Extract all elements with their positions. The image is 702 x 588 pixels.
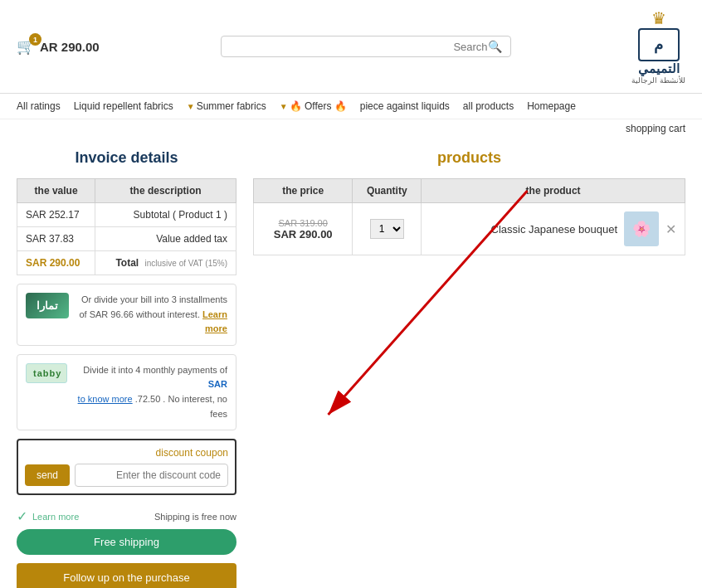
col-value: the value <box>17 179 95 203</box>
cart-amount: AR 290.00 <box>40 40 100 54</box>
send-button[interactable]: send <box>25 464 70 486</box>
search-icon: 🔍 <box>488 40 502 53</box>
tamara-logo: تمارا <box>26 293 69 318</box>
coupon-section: discount coupon send <box>17 439 236 495</box>
shipping-status: Shipping is free now <box>154 512 236 522</box>
table-row: SAR 252.17 Subtotal ( Product 1 ) <box>17 203 236 227</box>
coupon-label: discount coupon <box>25 447 228 459</box>
qty-selector: 1 2 3 <box>361 219 412 239</box>
vat-note: inclusive of VAT (15%) <box>145 259 227 268</box>
product-name: Classic Japanese bouquet <box>491 223 618 236</box>
tamara-box: تمارا Or divide your bill into 3 install… <box>17 284 236 346</box>
nav-bar: All ratings Liquid repellent fabrics ▼Su… <box>0 94 702 119</box>
remove-product-button[interactable]: ✕ <box>665 221 676 237</box>
vat-desc: Value added tax <box>95 227 236 251</box>
logo-emblem: م <box>638 28 680 61</box>
tabby-link[interactable]: to know more <box>78 394 133 404</box>
nav-item-homepage[interactable]: Homepage <box>527 100 576 112</box>
products-title: products <box>253 149 685 167</box>
total-amount: SAR 290.00 <box>26 257 80 269</box>
col-price: the price <box>254 179 353 203</box>
table-row: SAR 37.83 Value added tax <box>17 227 236 251</box>
subtotal-desc: Subtotal ( Product 1 ) <box>95 203 236 227</box>
tamara-text: Or divide your bill into 3 installments … <box>76 293 227 337</box>
nav-item-all-products[interactable]: all products <box>463 100 514 112</box>
total-row: SAR 290.00 Total inclusive of VAT (15%) <box>17 251 236 275</box>
shipping-section: ✓ Learn more Shipping is free now Free s… <box>17 503 236 555</box>
logo-sub: للأنشطة الرجالية <box>631 76 685 85</box>
vat-value: SAR 37.83 <box>17 227 95 251</box>
products-panel: products the price Quantity the product … <box>253 149 685 588</box>
header: 🛒 1 AR 290.00 🔍 ♛ م التميمي للأنشطة الرج… <box>0 0 702 94</box>
shopping-cart-nav[interactable]: shopping cart <box>0 119 702 141</box>
shipping-info: ✓ Learn more Shipping is free now <box>17 503 236 529</box>
free-shipping-button[interactable]: Free shipping <box>17 529 236 555</box>
product-row: SAR 319.00 SAR 290.00 1 2 3 <box>254 203 685 255</box>
original-price: SAR 319.00 <box>262 218 344 228</box>
price-cell: SAR 319.00 SAR 290.00 <box>254 203 353 255</box>
total-desc: Total inclusive of VAT (15%) <box>95 251 236 275</box>
cart-icon: 🛒 1 <box>17 37 35 56</box>
coupon-input[interactable] <box>75 464 228 487</box>
tabby-box: tabby Divide it into 4 monthly payments … <box>17 354 236 430</box>
nav-item-piece[interactable]: piece against liquids <box>360 100 450 112</box>
tabby-amount: .72.50 . No interest, no fees <box>135 394 227 419</box>
main-content: Invoice details the value the descriptio… <box>0 141 702 588</box>
invoice-title: Invoice details <box>17 149 236 167</box>
qty-cell: 1 2 3 <box>353 203 422 255</box>
coupon-input-row: send <box>25 464 228 487</box>
product-thumbnail: 🌸 <box>624 211 659 246</box>
nav-item-ratings[interactable]: All ratings <box>17 100 61 112</box>
logo: ♛ م التميمي للأنشطة الرجالية <box>631 8 685 85</box>
col-description: the description <box>95 179 236 203</box>
product-info: Classic Japanese bouquet 🌸 ✕ <box>430 211 676 246</box>
nav-item-summer[interactable]: ▼Summer fabrics <box>187 100 266 112</box>
product-name-cell: Classic Japanese bouquet 🌸 ✕ <box>422 203 685 255</box>
qty-select[interactable]: 1 2 3 <box>370 219 404 239</box>
check-icon: ✓ <box>17 508 27 524</box>
tabby-logo: tabby <box>26 363 67 383</box>
shipping-learn-more[interactable]: Learn more <box>32 512 79 522</box>
tamara-learn-more[interactable]: Learn more <box>202 309 227 334</box>
products-table: the price Quantity the product SAR 319.0… <box>253 178 685 255</box>
col-product: the product <box>422 179 685 203</box>
invoice-table: the value the description SAR 252.17 Sub… <box>17 178 236 275</box>
total-value: SAR 290.00 <box>17 251 95 275</box>
col-quantity: Quantity <box>353 179 422 203</box>
total-label: Total <box>115 257 139 269</box>
nav-item-offers[interactable]: ▼🔥 Offers 🔥 <box>280 100 347 112</box>
cart-badge: 1 <box>29 33 41 46</box>
nav-item-liquid[interactable]: Liquid repellent fabrics <box>74 100 173 112</box>
logo-crown: ♛ <box>631 8 685 28</box>
invoice-panel: Invoice details the value the descriptio… <box>17 149 236 588</box>
tabby-text: Divide it into 4 monthly payments of SAR… <box>74 363 227 421</box>
logo-name: التميمي <box>631 61 685 76</box>
search-input[interactable] <box>230 41 488 53</box>
search-bar[interactable]: 🔍 <box>221 36 511 57</box>
subtotal-value: SAR 252.17 <box>17 203 95 227</box>
sale-price: SAR 290.00 <box>262 228 344 241</box>
cart-amount-area[interactable]: 🛒 1 AR 290.00 <box>17 37 100 56</box>
follow-purchase-button[interactable]: Follow up on the purchase <box>17 563 236 588</box>
